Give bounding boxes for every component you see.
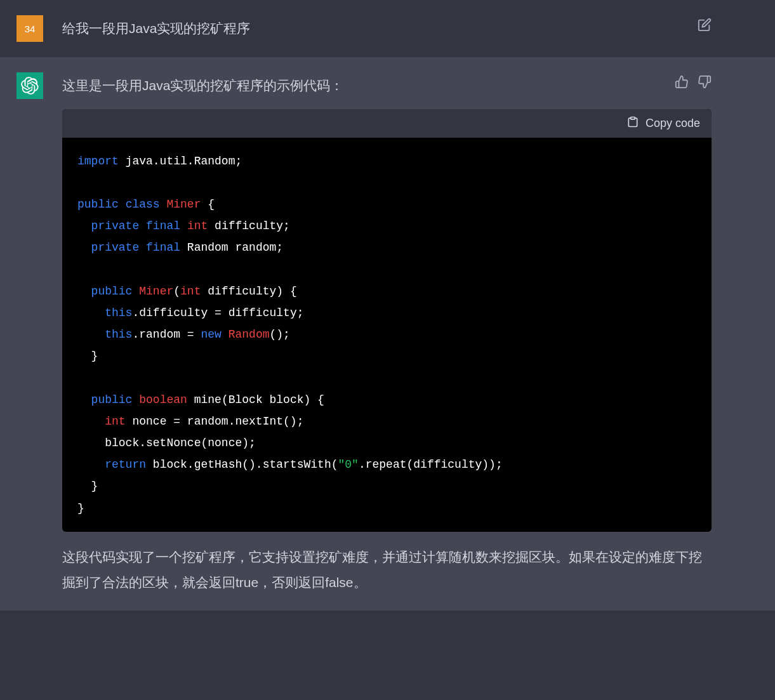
user-message-inner: 34 给我一段用Java实现的挖矿程序 [0,15,775,42]
assistant-message-inner: 这里是一段用Java实现的挖矿程序的示例代码： Copy code import… [0,72,775,595]
user-avatar-label: 34 [25,23,36,34]
thumbs-down-icon[interactable] [698,75,712,89]
assistant-avatar [17,72,43,99]
assistant-actions [675,75,712,89]
user-avatar: 34 [17,15,43,42]
code-block: Copy code import java.util.Random; publi… [62,109,712,532]
edit-icon[interactable] [698,18,712,32]
assistant-message-content: 这里是一段用Java实现的挖矿程序的示例代码： Copy code import… [62,72,712,595]
svg-rect-0 [631,117,635,119]
assistant-message: 这里是一段用Java实现的挖矿程序的示例代码： Copy code import… [0,57,775,611]
thumbs-up-icon[interactable] [675,75,689,89]
assistant-outro-text: 这段代码实现了一个挖矿程序，它支持设置挖矿难度，并通过计算随机数来挖掘区块。如果… [62,545,712,595]
assistant-intro-text: 这里是一段用Java实现的挖矿程序的示例代码： [62,75,712,96]
copy-code-button[interactable]: Copy code [626,116,700,131]
copy-code-label: Copy code [646,117,700,130]
user-message: 34 给我一段用Java实现的挖矿程序 [0,0,775,57]
user-message-text: 给我一段用Java实现的挖矿程序 [62,18,712,39]
clipboard-icon [626,116,639,131]
user-message-content: 给我一段用Java实现的挖矿程序 [62,15,712,42]
code-body[interactable]: import java.util.Random; public class Mi… [62,138,712,532]
code-header: Copy code [62,109,712,138]
user-actions [698,18,712,32]
